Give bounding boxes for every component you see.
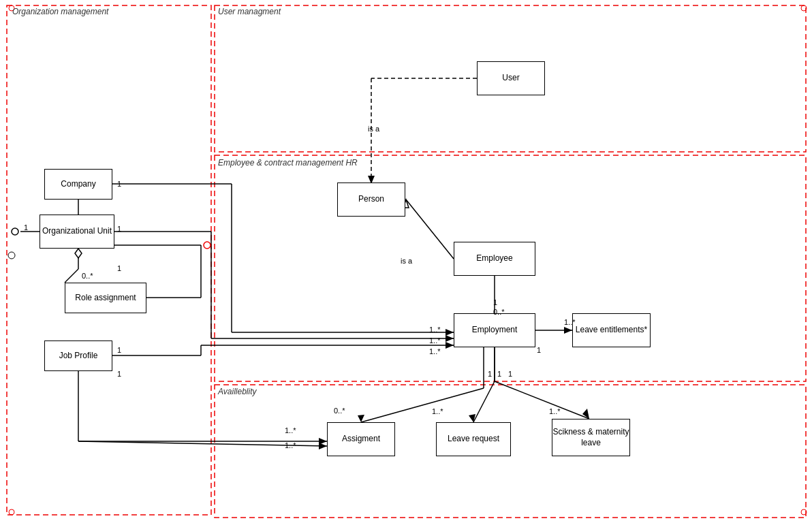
mult-leave-req-1star: 1..* — [432, 407, 443, 415]
svg-line-24 — [65, 269, 78, 283]
mult-emp-bottom-1a: 1 — [488, 370, 492, 378]
svg-marker-34 — [564, 327, 572, 334]
box-employee: Employee — [454, 242, 535, 276]
mult-jobprofile-1: 1 — [117, 346, 121, 354]
svg-marker-25 — [75, 249, 82, 258]
mult-employee-1: 1 — [493, 298, 497, 306]
mult-company-1: 1 — [117, 180, 121, 188]
mult-emp-1star-a: 1..* — [429, 326, 441, 334]
region-label-user: User managment — [218, 7, 281, 16]
svg-line-42 — [361, 388, 484, 422]
mult-sickness-1star: 1..* — [549, 407, 561, 415]
mult-emp-bottom-1b: 1 — [497, 370, 501, 378]
box-sickness-maternity: Scikness & maternity leave — [552, 419, 630, 456]
region-label-org: Organization management — [12, 7, 108, 16]
box-person: Person — [337, 183, 405, 217]
box-job-profile: Job Profile — [44, 340, 112, 371]
mult-assign-1star-a: 1..* — [285, 426, 296, 434]
mult-assign-0star: 0..* — [334, 407, 345, 415]
box-employment: Employment — [454, 313, 535, 347]
mult-emp-bottom-1c: 1 — [508, 370, 512, 378]
mult-orgunit-0star: 0..* — [82, 272, 93, 280]
svg-marker-22 — [446, 335, 454, 342]
svg-marker-29 — [446, 342, 454, 349]
svg-marker-18 — [446, 329, 454, 336]
label-is-a-user: is a — [368, 125, 379, 133]
label-is-a-emp: is a — [401, 257, 412, 265]
box-org-unit: Organizational Unit — [40, 215, 114, 249]
box-company: Company — [44, 169, 112, 200]
svg-line-39 — [495, 381, 589, 419]
svg-rect-0 — [7, 5, 211, 515]
svg-point-51 — [204, 242, 210, 249]
mult-jobprofile-1b: 1 — [117, 370, 121, 378]
mult-leave-ent-1star: 1..* — [564, 318, 576, 326]
mult-assign-1star-b: 1..* — [285, 441, 296, 449]
mult-orgunit-role-1: 1 — [117, 264, 121, 272]
mult-leave-ent-1: 1 — [537, 346, 541, 354]
mult-emp-1star-c: 1..* — [429, 347, 441, 355]
box-user: User — [477, 61, 545, 95]
svg-point-52 — [8, 252, 15, 259]
mult-orgunit-1: 1 — [117, 225, 121, 233]
box-leave-request: Leave request — [436, 422, 511, 456]
svg-point-5 — [9, 509, 14, 515]
region-label-avail: Availleblity — [218, 387, 256, 396]
svg-marker-45 — [319, 443, 327, 449]
box-leave-entitlements: Leave entitlements* — [572, 313, 651, 347]
mult-employee-0star: 0..* — [493, 308, 505, 316]
region-label-emp: Employee & contract management HR — [218, 158, 358, 168]
box-role-assignment: Role assignment — [65, 283, 146, 313]
diagram-container: Organization management User managment E… — [0, 0, 812, 523]
svg-line-10 — [406, 200, 454, 259]
svg-point-47 — [12, 228, 18, 235]
mult-left-1: 1 — [24, 223, 28, 232]
box-assignment: Assigment — [327, 422, 395, 456]
mult-emp-1star-b: 1..* — [429, 336, 441, 345]
